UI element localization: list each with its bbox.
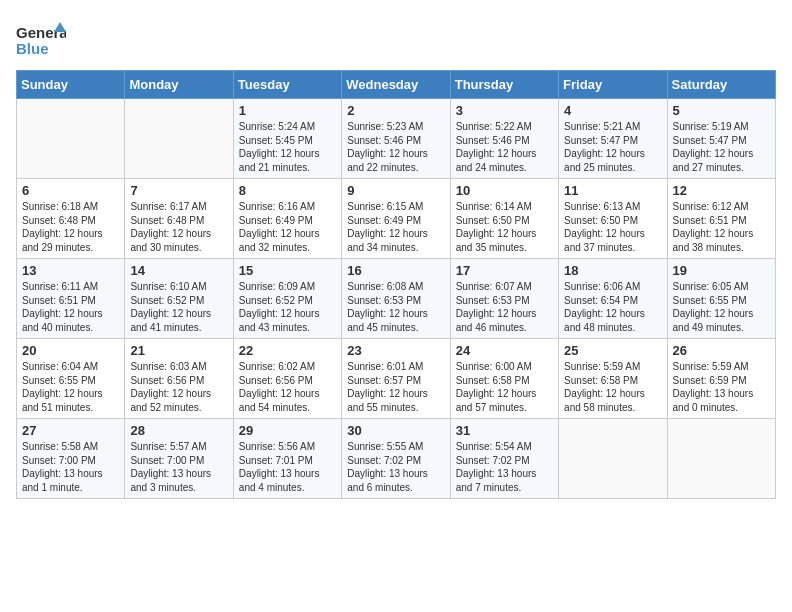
calendar-cell: 7Sunrise: 6:17 AM Sunset: 6:48 PM Daylig… (125, 179, 233, 259)
day-info: Sunrise: 5:56 AM Sunset: 7:01 PM Dayligh… (239, 440, 336, 494)
day-number: 16 (347, 263, 444, 278)
day-info: Sunrise: 6:00 AM Sunset: 6:58 PM Dayligh… (456, 360, 553, 414)
calendar-cell: 21Sunrise: 6:03 AM Sunset: 6:56 PM Dayli… (125, 339, 233, 419)
day-info: Sunrise: 6:12 AM Sunset: 6:51 PM Dayligh… (673, 200, 770, 254)
day-number: 9 (347, 183, 444, 198)
day-number: 4 (564, 103, 661, 118)
weekday-header-saturday: Saturday (667, 71, 775, 99)
day-number: 23 (347, 343, 444, 358)
calendar-header-row: SundayMondayTuesdayWednesdayThursdayFrid… (17, 71, 776, 99)
calendar-cell (667, 419, 775, 499)
day-number: 27 (22, 423, 119, 438)
calendar-cell: 25Sunrise: 5:59 AM Sunset: 6:58 PM Dayli… (559, 339, 667, 419)
calendar-cell: 17Sunrise: 6:07 AM Sunset: 6:53 PM Dayli… (450, 259, 558, 339)
calendar-cell: 9Sunrise: 6:15 AM Sunset: 6:49 PM Daylig… (342, 179, 450, 259)
logo-svg: General Blue (16, 20, 66, 62)
calendar-cell (559, 419, 667, 499)
calendar-cell: 30Sunrise: 5:55 AM Sunset: 7:02 PM Dayli… (342, 419, 450, 499)
weekday-header-friday: Friday (559, 71, 667, 99)
day-number: 14 (130, 263, 227, 278)
calendar-week-4: 20Sunrise: 6:04 AM Sunset: 6:55 PM Dayli… (17, 339, 776, 419)
calendar-cell (17, 99, 125, 179)
weekday-header-monday: Monday (125, 71, 233, 99)
day-info: Sunrise: 6:13 AM Sunset: 6:50 PM Dayligh… (564, 200, 661, 254)
calendar-cell: 24Sunrise: 6:00 AM Sunset: 6:58 PM Dayli… (450, 339, 558, 419)
day-info: Sunrise: 5:59 AM Sunset: 6:58 PM Dayligh… (564, 360, 661, 414)
day-info: Sunrise: 6:06 AM Sunset: 6:54 PM Dayligh… (564, 280, 661, 334)
calendar-cell: 2Sunrise: 5:23 AM Sunset: 5:46 PM Daylig… (342, 99, 450, 179)
calendar-cell: 28Sunrise: 5:57 AM Sunset: 7:00 PM Dayli… (125, 419, 233, 499)
weekday-header-wednesday: Wednesday (342, 71, 450, 99)
calendar-cell: 4Sunrise: 5:21 AM Sunset: 5:47 PM Daylig… (559, 99, 667, 179)
day-info: Sunrise: 5:58 AM Sunset: 7:00 PM Dayligh… (22, 440, 119, 494)
day-number: 3 (456, 103, 553, 118)
calendar-cell: 15Sunrise: 6:09 AM Sunset: 6:52 PM Dayli… (233, 259, 341, 339)
day-number: 11 (564, 183, 661, 198)
calendar-week-2: 6Sunrise: 6:18 AM Sunset: 6:48 PM Daylig… (17, 179, 776, 259)
day-info: Sunrise: 5:23 AM Sunset: 5:46 PM Dayligh… (347, 120, 444, 174)
day-number: 10 (456, 183, 553, 198)
day-info: Sunrise: 6:18 AM Sunset: 6:48 PM Dayligh… (22, 200, 119, 254)
day-number: 12 (673, 183, 770, 198)
calendar-week-3: 13Sunrise: 6:11 AM Sunset: 6:51 PM Dayli… (17, 259, 776, 339)
day-number: 28 (130, 423, 227, 438)
day-number: 15 (239, 263, 336, 278)
calendar-cell: 8Sunrise: 6:16 AM Sunset: 6:49 PM Daylig… (233, 179, 341, 259)
day-number: 22 (239, 343, 336, 358)
day-info: Sunrise: 6:17 AM Sunset: 6:48 PM Dayligh… (130, 200, 227, 254)
day-number: 8 (239, 183, 336, 198)
day-number: 7 (130, 183, 227, 198)
day-number: 18 (564, 263, 661, 278)
calendar-cell: 13Sunrise: 6:11 AM Sunset: 6:51 PM Dayli… (17, 259, 125, 339)
calendar-cell: 27Sunrise: 5:58 AM Sunset: 7:00 PM Dayli… (17, 419, 125, 499)
day-number: 24 (456, 343, 553, 358)
calendar-cell: 26Sunrise: 5:59 AM Sunset: 6:59 PM Dayli… (667, 339, 775, 419)
day-number: 30 (347, 423, 444, 438)
day-number: 21 (130, 343, 227, 358)
calendar-table: SundayMondayTuesdayWednesdayThursdayFrid… (16, 70, 776, 499)
calendar-cell: 11Sunrise: 6:13 AM Sunset: 6:50 PM Dayli… (559, 179, 667, 259)
day-info: Sunrise: 6:04 AM Sunset: 6:55 PM Dayligh… (22, 360, 119, 414)
calendar-cell: 1Sunrise: 5:24 AM Sunset: 5:45 PM Daylig… (233, 99, 341, 179)
day-info: Sunrise: 6:05 AM Sunset: 6:55 PM Dayligh… (673, 280, 770, 334)
svg-text:Blue: Blue (16, 40, 49, 57)
calendar-cell (125, 99, 233, 179)
calendar-cell: 6Sunrise: 6:18 AM Sunset: 6:48 PM Daylig… (17, 179, 125, 259)
day-info: Sunrise: 5:19 AM Sunset: 5:47 PM Dayligh… (673, 120, 770, 174)
day-info: Sunrise: 6:11 AM Sunset: 6:51 PM Dayligh… (22, 280, 119, 334)
weekday-header-sunday: Sunday (17, 71, 125, 99)
day-number: 29 (239, 423, 336, 438)
calendar-cell: 19Sunrise: 6:05 AM Sunset: 6:55 PM Dayli… (667, 259, 775, 339)
calendar-cell: 14Sunrise: 6:10 AM Sunset: 6:52 PM Dayli… (125, 259, 233, 339)
day-info: Sunrise: 6:08 AM Sunset: 6:53 PM Dayligh… (347, 280, 444, 334)
day-info: Sunrise: 6:15 AM Sunset: 6:49 PM Dayligh… (347, 200, 444, 254)
logo: General Blue (16, 20, 66, 62)
day-info: Sunrise: 6:03 AM Sunset: 6:56 PM Dayligh… (130, 360, 227, 414)
calendar-cell: 16Sunrise: 6:08 AM Sunset: 6:53 PM Dayli… (342, 259, 450, 339)
day-number: 5 (673, 103, 770, 118)
calendar-cell: 31Sunrise: 5:54 AM Sunset: 7:02 PM Dayli… (450, 419, 558, 499)
day-info: Sunrise: 6:07 AM Sunset: 6:53 PM Dayligh… (456, 280, 553, 334)
day-info: Sunrise: 5:57 AM Sunset: 7:00 PM Dayligh… (130, 440, 227, 494)
calendar-week-5: 27Sunrise: 5:58 AM Sunset: 7:00 PM Dayli… (17, 419, 776, 499)
day-number: 6 (22, 183, 119, 198)
day-info: Sunrise: 6:01 AM Sunset: 6:57 PM Dayligh… (347, 360, 444, 414)
calendar-cell: 22Sunrise: 6:02 AM Sunset: 6:56 PM Dayli… (233, 339, 341, 419)
weekday-header-thursday: Thursday (450, 71, 558, 99)
day-number: 25 (564, 343, 661, 358)
day-info: Sunrise: 5:55 AM Sunset: 7:02 PM Dayligh… (347, 440, 444, 494)
calendar-cell: 18Sunrise: 6:06 AM Sunset: 6:54 PM Dayli… (559, 259, 667, 339)
day-info: Sunrise: 5:54 AM Sunset: 7:02 PM Dayligh… (456, 440, 553, 494)
day-number: 1 (239, 103, 336, 118)
day-number: 2 (347, 103, 444, 118)
day-number: 19 (673, 263, 770, 278)
calendar-cell: 23Sunrise: 6:01 AM Sunset: 6:57 PM Dayli… (342, 339, 450, 419)
calendar-cell: 5Sunrise: 5:19 AM Sunset: 5:47 PM Daylig… (667, 99, 775, 179)
calendar-cell: 29Sunrise: 5:56 AM Sunset: 7:01 PM Dayli… (233, 419, 341, 499)
day-number: 13 (22, 263, 119, 278)
day-info: Sunrise: 5:22 AM Sunset: 5:46 PM Dayligh… (456, 120, 553, 174)
day-info: Sunrise: 6:14 AM Sunset: 6:50 PM Dayligh… (456, 200, 553, 254)
day-number: 17 (456, 263, 553, 278)
day-info: Sunrise: 5:59 AM Sunset: 6:59 PM Dayligh… (673, 360, 770, 414)
calendar-cell: 20Sunrise: 6:04 AM Sunset: 6:55 PM Dayli… (17, 339, 125, 419)
